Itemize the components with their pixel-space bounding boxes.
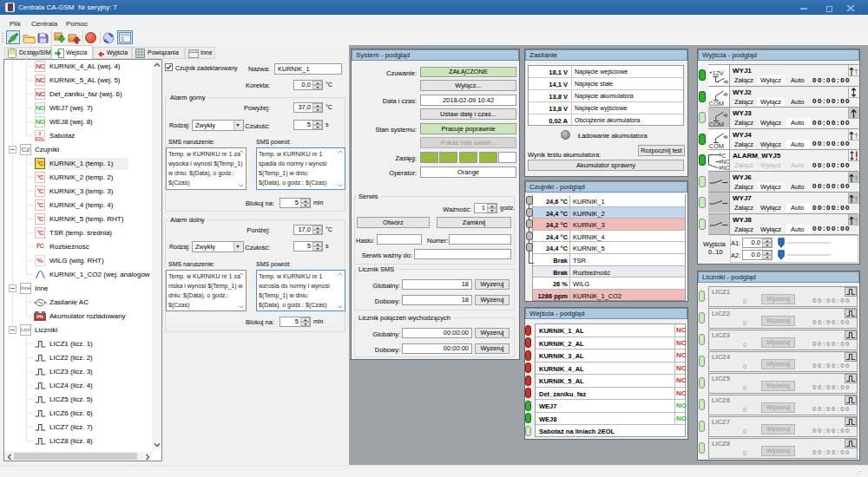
svg-text:NC: NC: [721, 159, 729, 165]
svg-text:COM: COM: [709, 100, 725, 107]
svg-text:COM: COM: [709, 142, 725, 149]
svg-text:C: C: [722, 153, 727, 159]
svg-text:COM: COM: [709, 121, 725, 127]
svg-text:12V: 12V: [713, 69, 724, 77]
svg-text:NO: NO: [721, 165, 729, 170]
